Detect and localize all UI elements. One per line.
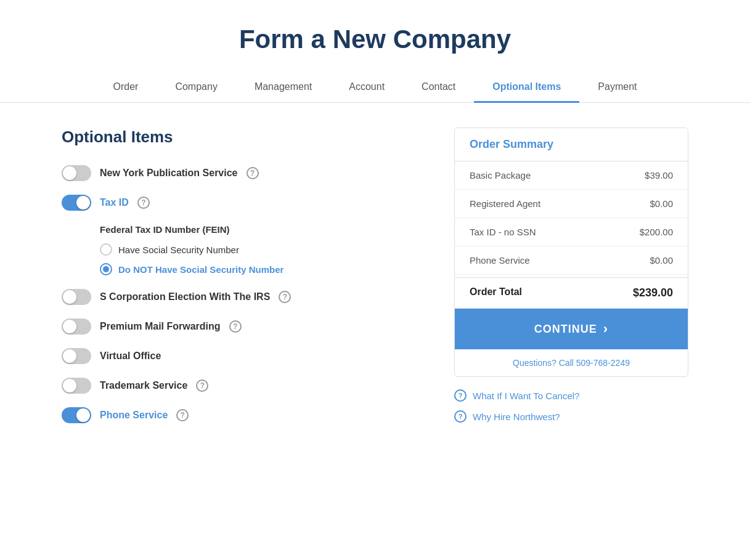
summary-tax-id: Tax ID - no SSN $200.00 xyxy=(455,218,688,246)
summary-total-label: Order Total xyxy=(470,286,522,299)
questions-link[interactable]: Questions? Call 509-768-2249 xyxy=(455,349,688,376)
right-panel: Order Summary Basic Package $39.00 Regis… xyxy=(454,128,688,437)
summary-total-row: Order Total $239.00 xyxy=(455,277,688,309)
cancel-link[interactable]: ? What If I Want To Cancel? xyxy=(454,389,688,402)
tab-account[interactable]: Account xyxy=(330,73,403,103)
tab-contact[interactable]: Contact xyxy=(403,73,474,103)
summary-basic-package: Basic Package $39.00 xyxy=(455,161,688,190)
summary-total-amount: $239.00 xyxy=(633,286,673,299)
toggle-virtual[interactable] xyxy=(62,348,91,364)
tab-order[interactable]: Order xyxy=(95,73,157,103)
help-mail-icon[interactable]: ? xyxy=(229,320,242,333)
page-title: Form a New Company xyxy=(0,0,750,73)
option-phone: Phone Service ? xyxy=(62,407,417,423)
left-panel: Optional Items New York Publication Serv… xyxy=(62,128,417,437)
hire-nw-link[interactable]: ? Why Hire Northwest? xyxy=(454,410,688,423)
toggle-s-corp[interactable] xyxy=(62,289,91,305)
toggle-tax-id[interactable] xyxy=(62,195,91,211)
option-tax-id: Tax ID ? xyxy=(62,195,417,211)
tabs-nav: Order Company Management Account Contact… xyxy=(0,73,750,103)
fein-title: Federal Tax ID Number (FEIN) xyxy=(100,224,417,235)
tab-payment[interactable]: Payment xyxy=(579,73,655,103)
help-ny-pub-icon[interactable]: ? xyxy=(247,167,259,179)
summary-taxid-amount: $200.00 xyxy=(640,227,673,237)
summary-phone-amount: $0.00 xyxy=(650,255,673,266)
hire-nw-link-text: Why Hire Northwest? xyxy=(473,412,560,422)
tab-management[interactable]: Management xyxy=(236,73,330,103)
continue-button[interactable]: CONTINUE › xyxy=(455,309,688,349)
summary-phone-label: Phone Service xyxy=(470,255,530,266)
fein-section: Federal Tax ID Number (FEIN) Have Social… xyxy=(100,224,417,275)
radio-no-ssn[interactable]: Do NOT Have Social Security Number xyxy=(100,263,417,275)
label-tax-id: Tax ID xyxy=(100,197,129,208)
continue-label: CONTINUE xyxy=(534,323,597,336)
option-mail: Premium Mail Forwarding ? xyxy=(62,319,417,335)
summary-phone-service: Phone Service $0.00 xyxy=(455,246,688,275)
radio-has-ssn[interactable]: Have Social Security Number xyxy=(100,243,417,256)
label-s-corp: S Corporation Election With The IRS xyxy=(100,291,270,302)
option-ny-pub: New York Publication Service ? xyxy=(62,165,417,181)
help-phone-icon[interactable]: ? xyxy=(176,409,189,421)
help-links: ? What If I Want To Cancel? ? Why Hire N… xyxy=(454,389,688,423)
radio-no-ssn-circle xyxy=(100,263,112,275)
radio-has-ssn-circle xyxy=(100,243,112,256)
order-summary-header: Order Summary xyxy=(455,128,688,161)
option-trademark: Trademark Service ? xyxy=(62,378,417,394)
option-virtual: Virtual Office xyxy=(62,348,417,364)
label-phone: Phone Service xyxy=(100,410,168,421)
summary-registered-agent: Registered Agent $0.00 xyxy=(455,190,688,218)
label-ny-pub: New York Publication Service xyxy=(100,168,238,179)
optional-items-title: Optional Items xyxy=(62,128,417,147)
tab-optional-items[interactable]: Optional Items xyxy=(474,73,579,103)
summary-agent-amount: $0.00 xyxy=(650,198,673,209)
toggle-mail[interactable] xyxy=(62,319,91,335)
option-s-corp: S Corporation Election With The IRS ? xyxy=(62,289,417,305)
label-mail: Premium Mail Forwarding xyxy=(100,321,221,332)
main-content: Optional Items New York Publication Serv… xyxy=(0,128,750,437)
radio-has-ssn-label: Have Social Security Number xyxy=(118,245,239,255)
cancel-link-text: What If I Want To Cancel? xyxy=(473,391,579,401)
help-tax-id-icon[interactable]: ? xyxy=(137,197,150,209)
toggle-phone[interactable] xyxy=(62,407,91,423)
summary-taxid-label: Tax ID - no SSN xyxy=(470,227,536,237)
summary-basic-label: Basic Package xyxy=(470,170,531,181)
summary-agent-label: Registered Agent xyxy=(470,198,540,209)
order-summary-box: Order Summary Basic Package $39.00 Regis… xyxy=(454,128,688,377)
continue-arrow-icon: › xyxy=(603,321,608,337)
label-virtual: Virtual Office xyxy=(100,351,161,362)
tab-company[interactable]: Company xyxy=(157,73,235,103)
radio-no-ssn-label: Do NOT Have Social Security Number xyxy=(118,264,283,275)
summary-basic-amount: $39.00 xyxy=(645,170,673,181)
toggle-trademark[interactable] xyxy=(62,378,91,394)
hire-nw-question-icon: ? xyxy=(454,410,467,423)
help-trademark-icon[interactable]: ? xyxy=(196,379,208,392)
label-trademark: Trademark Service xyxy=(100,380,187,391)
help-s-corp-icon[interactable]: ? xyxy=(279,291,291,303)
cancel-question-icon: ? xyxy=(454,389,467,402)
toggle-ny-pub[interactable] xyxy=(62,165,91,181)
